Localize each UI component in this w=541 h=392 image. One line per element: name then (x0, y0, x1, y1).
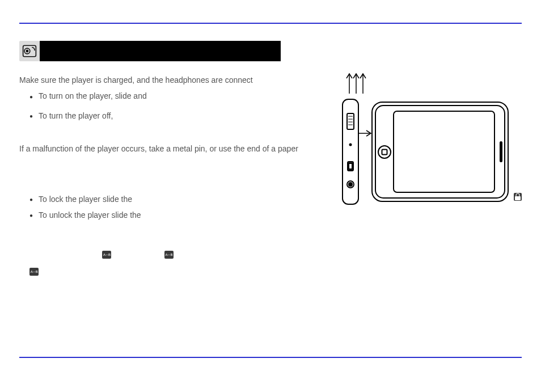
section-header (19, 41, 522, 61)
bottom-rule (19, 357, 522, 358)
svg-rect-17 (349, 163, 352, 169)
list-item: To unlock the player slide the (29, 209, 514, 221)
section-title-bar (40, 41, 281, 61)
ab-repeat-icon: A↔B (102, 251, 111, 259)
ab-repeat-line-2: A↔B (19, 263, 522, 280)
svg-point-23 (378, 146, 391, 158)
device-side (343, 99, 358, 204)
svg-point-2 (26, 50, 28, 52)
top-rule (19, 23, 522, 24)
manual-page: Make sure the player is charged, and the… (0, 0, 541, 392)
svg-rect-3 (515, 196, 521, 200)
device-front (372, 102, 508, 201)
svg-point-15 (350, 144, 352, 146)
svg-rect-22 (394, 111, 494, 192)
ab-repeat-icon: A↔B (29, 268, 39, 276)
svg-point-19 (349, 183, 352, 186)
svg-rect-25 (500, 142, 502, 162)
lock-icon (514, 193, 522, 201)
ab-repeat-line-1: A↔B A↔B (19, 245, 522, 263)
record-icon (19, 41, 40, 61)
device-illustration (331, 68, 513, 210)
ab-repeat-icon: A↔B (164, 251, 174, 259)
svg-rect-10 (347, 113, 354, 129)
